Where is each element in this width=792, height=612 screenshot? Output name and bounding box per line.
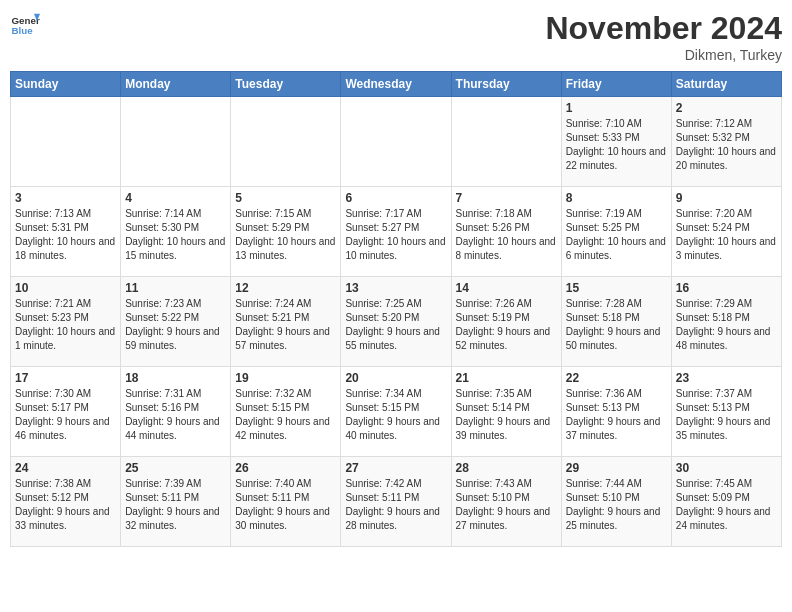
day-number: 18 — [125, 371, 226, 385]
day-number: 3 — [15, 191, 116, 205]
day-number: 30 — [676, 461, 777, 475]
day-info: Sunrise: 7:31 AM Sunset: 5:16 PM Dayligh… — [125, 387, 226, 443]
calendar-cell: 14Sunrise: 7:26 AM Sunset: 5:19 PM Dayli… — [451, 277, 561, 367]
day-info: Sunrise: 7:23 AM Sunset: 5:22 PM Dayligh… — [125, 297, 226, 353]
week-row-5: 24Sunrise: 7:38 AM Sunset: 5:12 PM Dayli… — [11, 457, 782, 547]
calendar-cell: 30Sunrise: 7:45 AM Sunset: 5:09 PM Dayli… — [671, 457, 781, 547]
calendar-cell: 15Sunrise: 7:28 AM Sunset: 5:18 PM Dayli… — [561, 277, 671, 367]
day-info: Sunrise: 7:26 AM Sunset: 5:19 PM Dayligh… — [456, 297, 557, 353]
svg-text:Blue: Blue — [12, 25, 34, 36]
day-info: Sunrise: 7:34 AM Sunset: 5:15 PM Dayligh… — [345, 387, 446, 443]
day-number: 23 — [676, 371, 777, 385]
calendar-cell: 12Sunrise: 7:24 AM Sunset: 5:21 PM Dayli… — [231, 277, 341, 367]
day-number: 4 — [125, 191, 226, 205]
day-number: 27 — [345, 461, 446, 475]
day-info: Sunrise: 7:25 AM Sunset: 5:20 PM Dayligh… — [345, 297, 446, 353]
day-info: Sunrise: 7:32 AM Sunset: 5:15 PM Dayligh… — [235, 387, 336, 443]
calendar-cell: 17Sunrise: 7:30 AM Sunset: 5:17 PM Dayli… — [11, 367, 121, 457]
calendar-cell — [231, 97, 341, 187]
calendar-cell: 9Sunrise: 7:20 AM Sunset: 5:24 PM Daylig… — [671, 187, 781, 277]
calendar-cell: 3Sunrise: 7:13 AM Sunset: 5:31 PM Daylig… — [11, 187, 121, 277]
calendar-cell: 13Sunrise: 7:25 AM Sunset: 5:20 PM Dayli… — [341, 277, 451, 367]
month-title: November 2024 — [545, 10, 782, 47]
day-info: Sunrise: 7:24 AM Sunset: 5:21 PM Dayligh… — [235, 297, 336, 353]
day-info: Sunrise: 7:12 AM Sunset: 5:32 PM Dayligh… — [676, 117, 777, 173]
day-info: Sunrise: 7:19 AM Sunset: 5:25 PM Dayligh… — [566, 207, 667, 263]
week-row-1: 1Sunrise: 7:10 AM Sunset: 5:33 PM Daylig… — [11, 97, 782, 187]
calendar-cell: 16Sunrise: 7:29 AM Sunset: 5:18 PM Dayli… — [671, 277, 781, 367]
day-info: Sunrise: 7:45 AM Sunset: 5:09 PM Dayligh… — [676, 477, 777, 533]
day-number: 17 — [15, 371, 116, 385]
col-header-saturday: Saturday — [671, 72, 781, 97]
col-header-wednesday: Wednesday — [341, 72, 451, 97]
calendar-cell: 27Sunrise: 7:42 AM Sunset: 5:11 PM Dayli… — [341, 457, 451, 547]
calendar-cell — [451, 97, 561, 187]
calendar-cell: 23Sunrise: 7:37 AM Sunset: 5:13 PM Dayli… — [671, 367, 781, 457]
day-info: Sunrise: 7:42 AM Sunset: 5:11 PM Dayligh… — [345, 477, 446, 533]
page-header: General Blue November 2024 Dikmen, Turke… — [10, 10, 782, 63]
day-number: 28 — [456, 461, 557, 475]
day-info: Sunrise: 7:29 AM Sunset: 5:18 PM Dayligh… — [676, 297, 777, 353]
logo-icon: General Blue — [10, 10, 40, 40]
day-info: Sunrise: 7:30 AM Sunset: 5:17 PM Dayligh… — [15, 387, 116, 443]
day-number: 20 — [345, 371, 446, 385]
calendar-table: SundayMondayTuesdayWednesdayThursdayFrid… — [10, 71, 782, 547]
day-info: Sunrise: 7:37 AM Sunset: 5:13 PM Dayligh… — [676, 387, 777, 443]
day-info: Sunrise: 7:44 AM Sunset: 5:10 PM Dayligh… — [566, 477, 667, 533]
calendar-cell: 22Sunrise: 7:36 AM Sunset: 5:13 PM Dayli… — [561, 367, 671, 457]
calendar-cell: 7Sunrise: 7:18 AM Sunset: 5:26 PM Daylig… — [451, 187, 561, 277]
calendar-cell: 28Sunrise: 7:43 AM Sunset: 5:10 PM Dayli… — [451, 457, 561, 547]
day-number: 24 — [15, 461, 116, 475]
day-info: Sunrise: 7:15 AM Sunset: 5:29 PM Dayligh… — [235, 207, 336, 263]
calendar-cell: 18Sunrise: 7:31 AM Sunset: 5:16 PM Dayli… — [121, 367, 231, 457]
day-info: Sunrise: 7:35 AM Sunset: 5:14 PM Dayligh… — [456, 387, 557, 443]
week-row-2: 3Sunrise: 7:13 AM Sunset: 5:31 PM Daylig… — [11, 187, 782, 277]
week-row-3: 10Sunrise: 7:21 AM Sunset: 5:23 PM Dayli… — [11, 277, 782, 367]
day-number: 8 — [566, 191, 667, 205]
day-number: 2 — [676, 101, 777, 115]
calendar-cell: 26Sunrise: 7:40 AM Sunset: 5:11 PM Dayli… — [231, 457, 341, 547]
day-info: Sunrise: 7:17 AM Sunset: 5:27 PM Dayligh… — [345, 207, 446, 263]
day-info: Sunrise: 7:28 AM Sunset: 5:18 PM Dayligh… — [566, 297, 667, 353]
location: Dikmen, Turkey — [545, 47, 782, 63]
day-number: 22 — [566, 371, 667, 385]
calendar-cell: 21Sunrise: 7:35 AM Sunset: 5:14 PM Dayli… — [451, 367, 561, 457]
day-number: 15 — [566, 281, 667, 295]
calendar-cell: 1Sunrise: 7:10 AM Sunset: 5:33 PM Daylig… — [561, 97, 671, 187]
calendar-cell — [341, 97, 451, 187]
col-header-friday: Friday — [561, 72, 671, 97]
week-row-4: 17Sunrise: 7:30 AM Sunset: 5:17 PM Dayli… — [11, 367, 782, 457]
calendar-cell: 25Sunrise: 7:39 AM Sunset: 5:11 PM Dayli… — [121, 457, 231, 547]
calendar-cell: 20Sunrise: 7:34 AM Sunset: 5:15 PM Dayli… — [341, 367, 451, 457]
col-header-sunday: Sunday — [11, 72, 121, 97]
day-info: Sunrise: 7:38 AM Sunset: 5:12 PM Dayligh… — [15, 477, 116, 533]
day-number: 16 — [676, 281, 777, 295]
calendar-cell: 6Sunrise: 7:17 AM Sunset: 5:27 PM Daylig… — [341, 187, 451, 277]
day-info: Sunrise: 7:20 AM Sunset: 5:24 PM Dayligh… — [676, 207, 777, 263]
calendar-cell — [11, 97, 121, 187]
day-number: 7 — [456, 191, 557, 205]
calendar-cell: 5Sunrise: 7:15 AM Sunset: 5:29 PM Daylig… — [231, 187, 341, 277]
day-number: 1 — [566, 101, 667, 115]
day-number: 14 — [456, 281, 557, 295]
day-number: 11 — [125, 281, 226, 295]
calendar-cell: 2Sunrise: 7:12 AM Sunset: 5:32 PM Daylig… — [671, 97, 781, 187]
col-header-thursday: Thursday — [451, 72, 561, 97]
col-header-monday: Monday — [121, 72, 231, 97]
day-number: 13 — [345, 281, 446, 295]
day-info: Sunrise: 7:43 AM Sunset: 5:10 PM Dayligh… — [456, 477, 557, 533]
day-number: 5 — [235, 191, 336, 205]
calendar-cell: 19Sunrise: 7:32 AM Sunset: 5:15 PM Dayli… — [231, 367, 341, 457]
day-info: Sunrise: 7:14 AM Sunset: 5:30 PM Dayligh… — [125, 207, 226, 263]
day-number: 19 — [235, 371, 336, 385]
day-info: Sunrise: 7:40 AM Sunset: 5:11 PM Dayligh… — [235, 477, 336, 533]
calendar-cell — [121, 97, 231, 187]
calendar-cell: 24Sunrise: 7:38 AM Sunset: 5:12 PM Dayli… — [11, 457, 121, 547]
day-number: 12 — [235, 281, 336, 295]
col-header-tuesday: Tuesday — [231, 72, 341, 97]
calendar-cell: 10Sunrise: 7:21 AM Sunset: 5:23 PM Dayli… — [11, 277, 121, 367]
day-info: Sunrise: 7:39 AM Sunset: 5:11 PM Dayligh… — [125, 477, 226, 533]
calendar-cell: 29Sunrise: 7:44 AM Sunset: 5:10 PM Dayli… — [561, 457, 671, 547]
calendar-cell: 8Sunrise: 7:19 AM Sunset: 5:25 PM Daylig… — [561, 187, 671, 277]
day-number: 9 — [676, 191, 777, 205]
